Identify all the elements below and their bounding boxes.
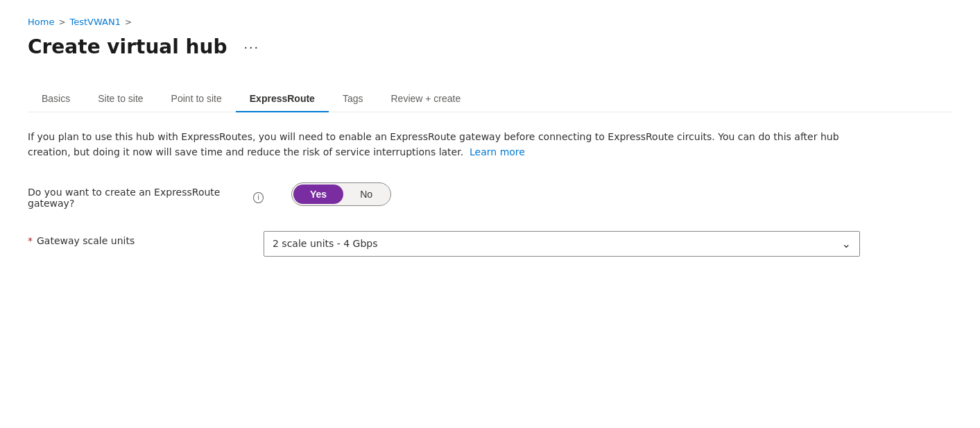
gateway-toggle-label-text: Do you want to create an ExpressRoute ga… xyxy=(28,187,249,209)
chevron-down-icon: ⌄ xyxy=(842,237,851,250)
gateway-scale-label-text: Gateway scale units xyxy=(37,235,135,246)
breadcrumb-sep-2: > xyxy=(125,17,132,27)
tab-basics[interactable]: Basics xyxy=(28,86,84,112)
form-section: Do you want to create an ExpressRoute ga… xyxy=(28,182,860,257)
tabs-bar: Basics Site to site Point to site Expres… xyxy=(28,86,952,112)
breadcrumb: Home > TestVWAN1 > xyxy=(28,17,952,27)
gateway-toggle-label: Do you want to create an ExpressRoute ga… xyxy=(28,187,264,209)
description-body: If you plan to use this hub with Express… xyxy=(28,131,839,157)
gateway-scale-label: * Gateway scale units xyxy=(28,235,236,246)
info-icon[interactable]: i xyxy=(253,192,264,203)
breadcrumb-vwan[interactable]: TestVWAN1 xyxy=(69,17,121,27)
required-marker: * xyxy=(28,235,33,246)
gateway-scale-row: * Gateway scale units 2 scale units - 4 … xyxy=(28,231,860,257)
page-header: Create virtual hub ··· xyxy=(28,35,952,58)
gateway-scale-value: 2 scale units - 4 Gbps xyxy=(273,238,378,249)
tab-site-to-site[interactable]: Site to site xyxy=(84,86,157,112)
gateway-scale-label-group: * Gateway scale units xyxy=(28,231,236,246)
gateway-toggle-control: Yes No xyxy=(291,182,391,206)
gateway-scale-select[interactable]: 2 scale units - 4 Gbps ⌄ xyxy=(264,231,860,257)
breadcrumb-home[interactable]: Home xyxy=(28,17,54,27)
toggle-yes-button[interactable]: Yes xyxy=(293,185,343,204)
tab-point-to-site[interactable]: Point to site xyxy=(157,86,236,112)
toggle-no-button[interactable]: No xyxy=(343,185,389,204)
tab-expressroute[interactable]: ExpressRoute xyxy=(236,86,329,112)
gateway-toggle-row: Do you want to create an ExpressRoute ga… xyxy=(28,182,860,209)
ellipsis-button[interactable]: ··· xyxy=(239,36,266,58)
page-title: Create virtual hub xyxy=(28,35,227,58)
gateway-toggle-label-group: Do you want to create an ExpressRoute ga… xyxy=(28,182,264,209)
learn-more-link[interactable]: Learn more xyxy=(470,146,525,157)
breadcrumb-sep-1: > xyxy=(58,17,65,27)
tab-tags[interactable]: Tags xyxy=(329,86,377,112)
description-text: If you plan to use this hub with Express… xyxy=(28,129,860,160)
tab-review-create[interactable]: Review + create xyxy=(377,86,475,112)
